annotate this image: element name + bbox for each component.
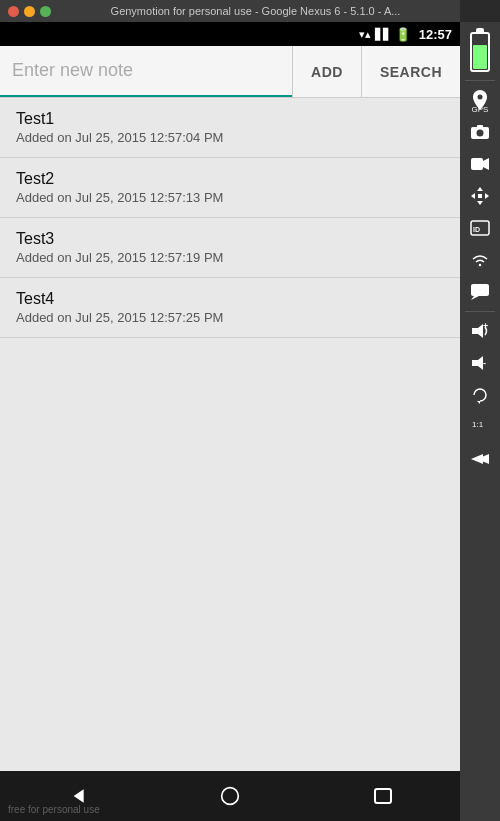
svg-rect-7 [471, 158, 483, 170]
svg-marker-18 [472, 324, 483, 338]
volume-down-icon[interactable]: - [462, 348, 498, 378]
app-screen: ADD SEARCH Test1 Added on Jul 25, 2015 1… [0, 46, 460, 771]
phone-frame: ▾▴ ▋▋ 🔋 12:57 ADD SEARCH Test1 Added on … [0, 22, 460, 821]
note-item[interactable]: Test2 Added on Jul 25, 2015 12:57:13 PM [0, 158, 460, 218]
back-button[interactable] [52, 771, 102, 821]
wifi-sidebar-icon[interactable] [462, 245, 498, 275]
note-title: Test1 [16, 110, 444, 128]
id-icon[interactable]: ID [462, 213, 498, 243]
scale-icon[interactable]: 1:1 [462, 412, 498, 442]
svg-marker-11 [471, 193, 475, 199]
note-input[interactable] [0, 46, 292, 97]
svg-marker-8 [483, 158, 489, 170]
back-arrow-icon[interactable] [462, 444, 498, 474]
svg-marker-9 [477, 187, 483, 191]
svg-text:+: + [483, 323, 488, 331]
search-button[interactable]: SEARCH [361, 46, 460, 97]
note-title: Test4 [16, 290, 444, 308]
note-title: Test3 [16, 230, 444, 248]
svg-point-3 [478, 95, 483, 100]
svg-point-5 [477, 130, 484, 137]
svg-text:1:1: 1:1 [472, 420, 484, 429]
close-button[interactable] [8, 6, 19, 17]
svg-marker-12 [485, 193, 489, 199]
status-bar: ▾▴ ▋▋ 🔋 12:57 [0, 22, 460, 46]
note-date: Added on Jul 25, 2015 12:57:04 PM [16, 130, 444, 145]
gps-icon[interactable]: GPS [462, 85, 498, 115]
window-controls[interactable] [8, 6, 51, 17]
svg-marker-10 [477, 201, 483, 205]
note-item[interactable]: Test3 Added on Jul 25, 2015 12:57:19 PM [0, 218, 460, 278]
svg-text:-: - [483, 358, 486, 368]
note-date: Added on Jul 25, 2015 12:57:19 PM [16, 250, 444, 265]
svg-rect-13 [478, 194, 482, 198]
battery-icon: 🔋 [395, 27, 411, 42]
rotate-icon[interactable] [462, 380, 498, 410]
note-item[interactable]: Test4 Added on Jul 25, 2015 12:57:25 PM [0, 278, 460, 338]
add-button[interactable]: ADD [292, 46, 361, 97]
battery-widget [470, 32, 490, 72]
svg-rect-6 [477, 125, 483, 128]
bottom-nav [0, 771, 460, 821]
title-bar: Genymotion for personal use - Google Nex… [0, 0, 460, 22]
video-icon[interactable] [462, 149, 498, 179]
recents-button[interactable] [358, 771, 408, 821]
status-time: 12:57 [419, 27, 452, 42]
note-date: Added on Jul 25, 2015 12:57:13 PM [16, 190, 444, 205]
svg-marker-25 [471, 454, 483, 464]
svg-rect-16 [471, 284, 489, 296]
svg-marker-22 [477, 401, 480, 404]
message-icon[interactable] [462, 277, 498, 307]
window-title: Genymotion for personal use - Google Nex… [59, 5, 452, 17]
svg-rect-2 [375, 789, 391, 803]
notes-list: Test1 Added on Jul 25, 2015 12:57:04 PM … [0, 98, 460, 771]
svg-point-1 [222, 788, 239, 805]
input-toolbar: ADD SEARCH [0, 46, 460, 98]
wifi-icon: ▾▴ [359, 28, 371, 41]
volume-up-icon[interactable]: + [462, 316, 498, 346]
move-icon[interactable] [462, 181, 498, 211]
gps-label: GPS [472, 105, 489, 114]
note-title: Test2 [16, 170, 444, 188]
status-icons: ▾▴ ▋▋ 🔋 12:57 [359, 27, 452, 42]
genymotion-sidebar: GPS ID [460, 22, 500, 821]
minimize-button[interactable] [24, 6, 35, 17]
camera-icon[interactable] [462, 117, 498, 147]
svg-marker-20 [472, 356, 483, 370]
signal-icon: ▋▋ [375, 28, 391, 41]
svg-marker-0 [73, 789, 83, 802]
maximize-button[interactable] [40, 6, 51, 17]
home-button[interactable] [205, 771, 255, 821]
svg-text:ID: ID [473, 226, 480, 233]
note-date: Added on Jul 25, 2015 12:57:25 PM [16, 310, 444, 325]
note-item[interactable]: Test1 Added on Jul 25, 2015 12:57:04 PM [0, 98, 460, 158]
svg-marker-17 [471, 296, 479, 300]
